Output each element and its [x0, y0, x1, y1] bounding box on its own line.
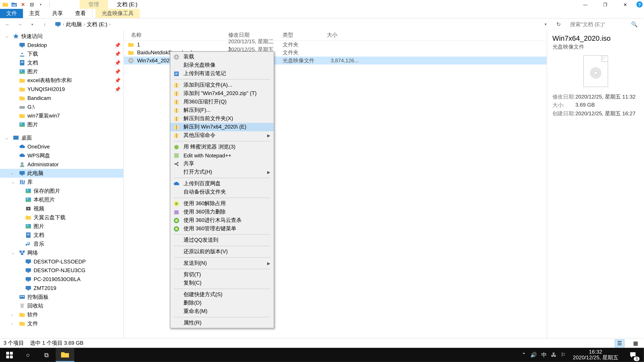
nav-back[interactable]: ← — [4, 20, 12, 28]
menu-item[interactable]: 使用 360进行木马云查杀 — [170, 216, 274, 224]
tray-chevron-icon[interactable]: ⌃ — [522, 352, 526, 358]
menu-item[interactable]: Edit with Notepad++ — [170, 151, 274, 160]
expand-icon[interactable]: › — [12, 322, 17, 326]
nav-up[interactable]: ↑ — [41, 20, 49, 28]
menu-item[interactable]: 解压到当前文件夹(X) — [170, 114, 274, 123]
menu-item[interactable]: 发送到(N)▶ — [170, 259, 274, 267]
ime-indicator[interactable]: 中 — [541, 351, 547, 359]
col-size[interactable]: 大小 — [323, 31, 368, 39]
menu-item[interactable]: 用 蜂蜜浏览器 浏览(3) — [170, 143, 274, 151]
tree-item[interactable]: Desktop📌 — [0, 41, 124, 50]
expand-icon[interactable]: › — [12, 171, 17, 175]
tree-item[interactable]: win7重装win7 — [0, 111, 124, 120]
tree-item[interactable]: ⌄快速访问 — [0, 32, 124, 41]
maximize-button[interactable]: ❐ — [595, 0, 615, 9]
close-button[interactable]: ✕ — [615, 0, 635, 9]
tree-item[interactable]: 音乐 — [0, 240, 124, 248]
tree-item[interactable]: ⌄桌面 — [0, 133, 124, 142]
expand-icon[interactable]: › — [12, 313, 17, 317]
ribbon-disc-tools[interactable]: 光盘映像工具 — [96, 9, 140, 18]
tree-item[interactable]: 回收站 — [0, 301, 124, 310]
menu-item[interactable]: 创建快捷方式(S) — [170, 291, 274, 299]
menu-item[interactable]: 刻录光盘映像 — [170, 61, 274, 69]
notifications-button[interactable]: 3 — [626, 348, 640, 362]
expand-icon[interactable]: ⌄ — [5, 136, 11, 140]
tree-item[interactable]: ›软件 — [0, 310, 124, 319]
search-button[interactable]: ○ — [18, 348, 37, 362]
ribbon-home[interactable]: 主页 — [23, 9, 46, 18]
ribbon-file[interactable]: 文件 — [0, 9, 23, 18]
open-icon[interactable] — [10, 1, 18, 8]
menu-item[interactable]: 其他压缩命令▶ — [170, 131, 274, 140]
refresh-button[interactable]: ↻ — [554, 21, 563, 27]
search-input[interactable] — [570, 21, 628, 27]
ribbon-view[interactable]: 查看 — [69, 9, 92, 18]
menu-item[interactable]: 共享 — [170, 160, 274, 168]
tree-item[interactable]: Bandicam — [0, 94, 124, 103]
properties-icon[interactable]: ⊟ — [28, 1, 36, 8]
tree-item[interactable]: ›此电脑 — [0, 169, 124, 178]
menu-item[interactable]: 上传到百度网盘 — [170, 179, 274, 188]
tree-item[interactable]: G:\ — [0, 103, 124, 111]
tree-item[interactable]: PC-20190530OBLA — [0, 275, 124, 284]
tree-item[interactable]: WPS网盘 — [0, 151, 124, 160]
tree-item[interactable]: 视频 — [0, 204, 124, 213]
crumb-0[interactable]: 此电脑 — [66, 21, 82, 28]
expand-icon[interactable]: ⌄ — [12, 180, 17, 184]
menu-item[interactable]: 还原以前的版本(V) — [170, 248, 274, 256]
minimize-button[interactable]: — — [576, 0, 595, 9]
menu-item[interactable]: 属性(R) — [170, 319, 274, 327]
chevron-right-icon[interactable]: › — [109, 22, 110, 26]
menu-item[interactable]: 解压到 Win7x64_2020\ (E) — [170, 123, 274, 131]
tree-item[interactable]: ⌄网络 — [0, 248, 124, 257]
menu-item[interactable]: 解压到(F)... — [170, 106, 274, 114]
tree-item[interactable]: DESKTOP-LSSOEDP — [0, 257, 124, 266]
menu-item[interactable]: 使用 360解除占用 — [170, 199, 274, 208]
search-box[interactable]: 🔍 — [567, 19, 640, 29]
tab-manage[interactable]: 管理 — [80, 0, 108, 9]
search-icon[interactable]: 🔍 — [631, 21, 638, 27]
tree-item[interactable]: excel表格制作求和📌 — [0, 76, 124, 85]
security-icon[interactable]: ⚐ — [561, 352, 566, 358]
menu-item[interactable]: 剪切(T) — [170, 271, 274, 279]
tree-item[interactable]: ›文件 — [0, 319, 124, 328]
taskview-button[interactable]: ⧉ — [37, 348, 56, 362]
tree-item[interactable]: 本机照片 — [0, 195, 124, 204]
file-row[interactable]: 12020/12/15, 星期二 1...文件夹 — [124, 41, 546, 49]
network-icon[interactable]: 🖧 — [551, 352, 556, 358]
tree-item[interactable]: 图片 — [0, 222, 124, 231]
tree-item[interactable]: 保存的图片 — [0, 187, 124, 195]
tree-item[interactable]: ⌄库 — [0, 178, 124, 187]
chevron-right-icon[interactable]: › — [84, 22, 85, 26]
tree-item[interactable]: 文档📌 — [0, 58, 124, 67]
tree-item[interactable]: OneDrive — [0, 142, 124, 151]
explorer-button[interactable] — [56, 348, 74, 362]
nav-forward[interactable]: → — [16, 20, 24, 28]
menu-item[interactable]: 添加到压缩文件(A)... — [170, 81, 274, 89]
menu-item[interactable]: 删除(D) — [170, 299, 274, 307]
nav-recent[interactable]: ▾ — [28, 20, 36, 28]
tree-item[interactable]: 控制面板 — [0, 293, 124, 302]
tree-item[interactable]: DESKTOP-NJEU3CG — [0, 266, 124, 275]
tree-item[interactable]: 下载📌 — [0, 49, 124, 58]
address-dropdown[interactable]: ▾ — [542, 22, 550, 26]
ribbon-share[interactable]: 共享 — [46, 9, 69, 18]
tree-item[interactable]: YUNQISHI2019📌 — [0, 85, 124, 94]
dropdown-icon[interactable]: ▾ — [37, 1, 44, 8]
chevron-right-icon[interactable]: › — [63, 22, 64, 26]
menu-item[interactable]: 复制(C) — [170, 279, 274, 287]
tree-item[interactable]: 图片 — [0, 120, 124, 129]
crumb-1[interactable]: 文档 (E:) — [87, 21, 107, 28]
col-name[interactable]: 名称 — [127, 31, 224, 39]
start-button[interactable] — [0, 348, 18, 362]
menu-item[interactable]: 装载 — [170, 53, 274, 61]
tree-item[interactable]: Administrator — [0, 160, 124, 169]
menu-item[interactable]: 上传到有道云笔记 — [170, 69, 274, 78]
expand-icon[interactable]: ⌄ — [12, 251, 17, 255]
menu-item[interactable]: 使用 360管理右键菜单 — [170, 225, 274, 233]
help-button[interactable]: ? — [635, 0, 644, 9]
tree-item[interactable]: ZMT2019 — [0, 284, 124, 293]
volume-icon[interactable]: 🔊 — [530, 352, 537, 358]
col-type[interactable]: 类型 — [279, 31, 323, 39]
view-details-button[interactable]: ☰ — [615, 339, 624, 347]
